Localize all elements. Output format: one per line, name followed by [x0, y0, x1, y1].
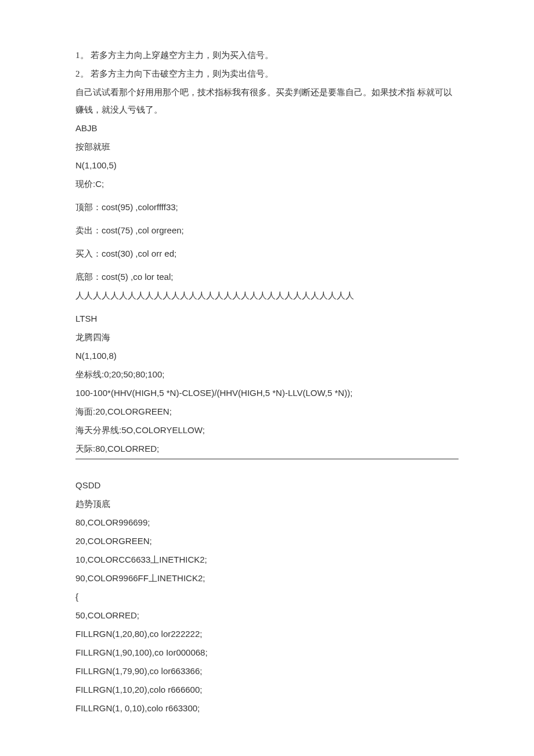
text-line-28: FILLRGN(1,20,80),co lor222222;	[75, 625, 459, 643]
text-line-4: 按部就班	[75, 138, 459, 156]
text-line-27: 50,COLORRED;	[75, 607, 459, 624]
text-line-25: 90,COLOR9966FF丄INETHICK2;	[75, 570, 459, 587]
text-line-16: 100-100*(HHV(HIGH,5 *N)-CLOSE)/(HHV(HIGH…	[75, 384, 459, 402]
text-line-17: 海面:20,COLORGREEN;	[75, 403, 459, 420]
text-line-2: 自己试试看那个好用用那个吧，技术指标我有很多。买卖判断还是要靠自己。如果技术指 …	[75, 84, 459, 118]
text-line-32: FILLRGN(1, 0,10),colo r663300;	[75, 700, 459, 717]
text-line-7: 顶部：cost(95) ,colorffff33;	[75, 199, 459, 216]
text-line-1: 2。 若多方主力向下击破空方主力，则为卖出信号。	[75, 65, 459, 82]
text-line-15: 坐标线:0;20;50;80;100;	[75, 366, 459, 383]
text-line-26: {	[75, 588, 459, 606]
text-line-0: 1。 若多方主力向上穿越空方主力，则为买入信号。	[75, 46, 459, 64]
text-line-9: 买入：cost(30) ,col orr ed;	[75, 245, 459, 262]
text-line-21: 趋势顶底	[75, 495, 459, 513]
text-line-29: FILLRGN(1,90,100),co Ior000068;	[75, 644, 459, 661]
text-line-22: 80,COLOR996699;	[75, 514, 459, 531]
text-line-5: N(1,100,5)	[75, 157, 459, 174]
text-line-30: FILLRGN(1,79,90),co lor663366;	[75, 663, 459, 680]
text-line-11: 人人人人人人人人人人人人人人人人人人人人人人人人人人人人人人人人	[75, 287, 459, 304]
text-line-6: 现价:C;	[75, 175, 459, 193]
document-body: 1。 若多方主力向上穿越空方主力，则为买入信号。2。 若多方主力向下击破空方主力…	[75, 46, 459, 717]
text-line-12: LTSH	[75, 310, 459, 327]
text-line-13: 龙腾四海	[75, 329, 459, 346]
text-line-10: 底部：cost(5) ,co lor teal;	[75, 268, 459, 286]
text-line-3: ABJB	[75, 120, 459, 137]
text-line-24: 10,COLORCC6633丄INETHICK2;	[75, 551, 459, 568]
text-line-18: 海天分界线:5O,COLORYELLOW;	[75, 422, 459, 439]
text-line-20: QSDD	[75, 477, 459, 494]
text-line-23: 20,COLORGREEN;	[75, 532, 459, 550]
text-line-19: 天际:80,COLORRED;	[75, 440, 459, 459]
text-line-8: 卖出：cost(75) ,col orgreen;	[75, 222, 459, 239]
text-line-14: N(1,100,8)	[75, 347, 459, 365]
text-line-31: FILLRGN(1,10,20),colo r666600;	[75, 681, 459, 699]
